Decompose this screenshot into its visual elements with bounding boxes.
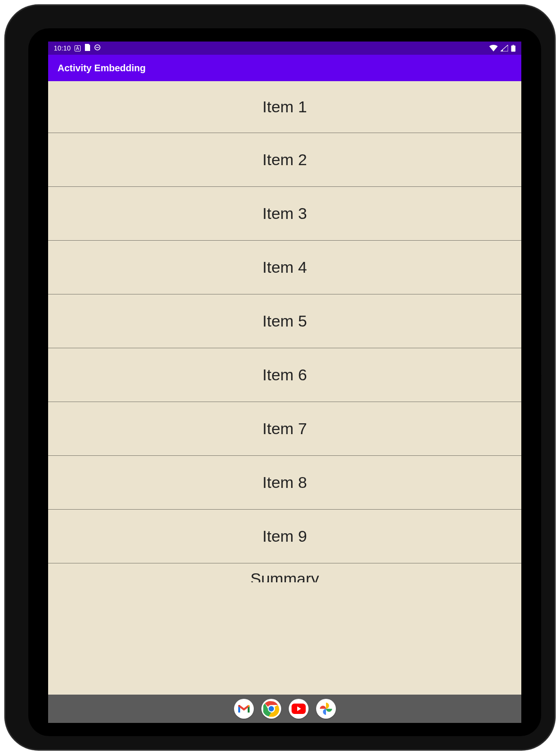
- status-bar-right: [489, 45, 516, 52]
- app-bar-title: Activity Embedding: [58, 63, 146, 74]
- list-item-label: Item 1: [262, 98, 307, 116]
- page-icon: [84, 44, 91, 52]
- list-item[interactable]: Item 1: [48, 81, 521, 133]
- svg-point-6: [268, 706, 274, 711]
- list-item[interactable]: Item 3: [48, 187, 521, 241]
- dock-app-photos[interactable]: [316, 699, 336, 719]
- list-item[interactable]: Summary: [48, 563, 521, 582]
- list-item-label: Item 2: [262, 151, 307, 169]
- cell-signal-icon: [501, 45, 508, 51]
- svg-rect-1: [96, 47, 99, 48]
- tablet-bezel: 10:10 A: [5, 5, 555, 750]
- list-item-label: Summary: [251, 570, 319, 582]
- navigation-bar: [48, 695, 521, 723]
- dock-app-youtube[interactable]: [289, 699, 309, 719]
- list-item[interactable]: Item 2: [48, 133, 521, 187]
- list-item-label: Item 3: [262, 204, 307, 223]
- list-item[interactable]: Item 5: [48, 294, 521, 348]
- status-bar-left: 10:10 A: [54, 44, 100, 52]
- status-text-badge: A: [75, 45, 81, 51]
- list-item[interactable]: Item 7: [48, 402, 521, 456]
- list[interactable]: Item 1 Item 2 Item 3 Item 4 Item 5 Item …: [48, 81, 521, 582]
- status-time: 10:10: [54, 44, 71, 52]
- svg-rect-3: [511, 45, 516, 51]
- battery-icon: [511, 45, 516, 52]
- app-bar: Activity Embedding: [48, 55, 521, 81]
- list-item-label: Item 4: [262, 258, 307, 277]
- svg-rect-2: [513, 45, 514, 46]
- dock-app-chrome[interactable]: [261, 699, 281, 719]
- wifi-icon: [489, 45, 498, 51]
- list-item-label: Item 6: [262, 366, 307, 384]
- list-item[interactable]: Item 9: [48, 510, 521, 563]
- status-bar: 10:10 A: [48, 42, 521, 55]
- dock-app-gmail[interactable]: [234, 699, 254, 719]
- list-item-label: Item 5: [262, 312, 307, 330]
- dnd-icon: [94, 44, 100, 52]
- list-item-label: Item 8: [262, 473, 307, 492]
- list-item-label: Item 9: [262, 527, 307, 545]
- list-item[interactable]: Item 8: [48, 456, 521, 510]
- list-item-label: Item 7: [262, 419, 307, 438]
- list-item[interactable]: Item 4: [48, 241, 521, 294]
- screen: 10:10 A: [48, 42, 521, 723]
- list-item[interactable]: Item 6: [48, 348, 521, 402]
